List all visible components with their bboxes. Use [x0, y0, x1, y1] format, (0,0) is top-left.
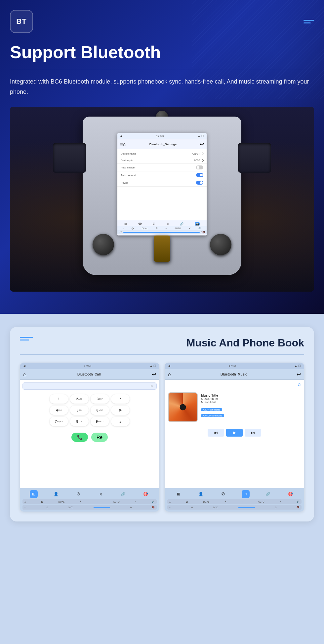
screen-back-btn[interactable]: ◀ [120, 134, 122, 138]
auto-answer-toggle[interactable] [196, 165, 203, 169]
screen-status-bar: ◀ 17:53 ▲ ☐ [117, 133, 207, 139]
m-strip-fan[interactable]: ~ [242, 501, 243, 503]
device-name-value: CarBT [192, 152, 200, 155]
search-clear-icon[interactable]: ✕ [150, 384, 153, 388]
link-icon-2[interactable]: 🔗 [264, 490, 272, 498]
contact-icon[interactable]: 👤 [52, 490, 60, 498]
prev-btn[interactable]: ⏮ [208, 429, 224, 437]
nav-link-icon[interactable]: 🔗 [180, 222, 183, 226]
grid-icon-2[interactable]: ⊞ [175, 490, 182, 498]
nav-grid-icon[interactable]: ⊞ [124, 222, 127, 226]
dial-2[interactable]: 2ABC [70, 394, 89, 404]
dial-6[interactable]: 6MNO [91, 406, 109, 415]
m-strip-power[interactable]: ⏻ [186, 501, 188, 503]
m-strip-arrow[interactable]: ↙ [279, 500, 281, 503]
phone-call-screen: ◀ 17:53 ▲ ☐ ⌂ Bluetooth_Call ↩ ✕ [20, 363, 159, 488]
call-home-icon[interactable]: ⌂ [23, 372, 26, 377]
music-back-arrow[interactable]: ◀ [168, 364, 170, 368]
phone-icon-2[interactable]: ✆ [219, 490, 227, 498]
music-screen-title: Bluetooth_Music [221, 373, 247, 376]
call-search-bar[interactable]: ✕ [22, 382, 157, 390]
nav-camera-icon[interactable]: 📷 [195, 222, 200, 226]
left-vent [53, 143, 86, 173]
bottom-menu-icon[interactable] [20, 337, 33, 340]
music-icon-active[interactable]: ♫ [242, 490, 250, 498]
nav-mute-btn[interactable]: 🔇 [202, 231, 205, 233]
dial-5[interactable]: 5JKL [70, 406, 89, 415]
strip-vol[interactable]: 🔊 [152, 500, 155, 503]
dial-hash[interactable]: # [111, 417, 130, 426]
strip-home[interactable]: ⌂ [24, 501, 26, 503]
phone-icon[interactable]: ✆ [74, 490, 82, 498]
blue-line-1 [20, 337, 33, 338]
dial-7[interactable]: 7PQRS [50, 417, 68, 426]
screen-menu-icon[interactable]: ≡ [120, 141, 123, 147]
call-button[interactable]: 📞 [71, 433, 88, 442]
call-back-arrow[interactable]: ◀ [23, 364, 25, 368]
bt-logo-text: BT [16, 17, 26, 26]
m-strip-back[interactable]: ↩ [169, 506, 171, 509]
strip-mute[interactable]: 🔇 [152, 506, 155, 509]
m-strip-home[interactable]: ⌂ [169, 501, 171, 503]
strip-back[interactable]: ↩ [24, 506, 26, 509]
dial-4[interactable]: 4GHI [50, 406, 68, 415]
redial-button[interactable]: Re [91, 433, 108, 442]
nav-call-icon[interactable]: ✆ [153, 222, 155, 226]
music-icon[interactable]: ♫ [97, 490, 105, 498]
dial-star[interactable]: * [111, 394, 130, 404]
strip-snow[interactable]: ❄ [80, 500, 82, 503]
nav-power-btn[interactable]: ⏻ [132, 227, 134, 230]
dial-1[interactable]: 1 [50, 394, 68, 404]
music-slider[interactable] [238, 507, 255, 508]
nav-vol-btn[interactable]: 🔊 [198, 227, 201, 230]
device-name-label: Device name [121, 152, 136, 155]
m-strip-auto[interactable]: AUTO [258, 501, 264, 503]
screen-home-icon[interactable]: ⌂ [123, 141, 126, 147]
grid-icon-active[interactable]: ⊞ [30, 490, 38, 498]
device-pin-value: 0000 [194, 159, 200, 162]
menu-icon[interactable] [304, 20, 314, 23]
auto-connect-row: Auto connect [117, 171, 207, 179]
next-btn[interactable]: ⏭ [245, 429, 261, 437]
nav-music-icon[interactable]: ♫ [167, 222, 169, 226]
slider[interactable] [94, 507, 110, 508]
music-back-btn[interactable]: ↩ [297, 371, 301, 377]
music-home-icon[interactable]: ⌂ [168, 372, 171, 377]
m-strip-vol[interactable]: 🔊 [297, 500, 300, 503]
power-toggle[interactable] [196, 181, 203, 185]
dial-8[interactable]: 8TUV [70, 417, 89, 426]
call-status-bar: ◀ 17:53 ▲ ☐ [20, 363, 159, 369]
music-nav-bar: ⌂ Bluetooth_Music ↩ [165, 369, 304, 380]
dial-3[interactable]: 3DEF [91, 394, 109, 404]
nav-phone-icon[interactable]: ☎ [138, 222, 142, 226]
nav-home-btn[interactable]: ⌂ [123, 227, 124, 230]
strip-power[interactable]: ⏻ [41, 501, 43, 503]
play-btn[interactable]: ▶ [226, 429, 243, 437]
dial-9[interactable]: 9WXYZ [91, 417, 109, 426]
camera-icon-2[interactable]: 🎯 [286, 490, 294, 498]
strip-fan[interactable]: ~ [97, 501, 98, 503]
camera-icon[interactable]: 🎯 [142, 490, 149, 498]
nav-arrow-btn[interactable]: ↙ [189, 227, 191, 230]
dial-0[interactable]: 0- [111, 406, 130, 415]
bottom-header: Music And Phone Book [20, 337, 304, 349]
strip-auto[interactable]: AUTO [113, 501, 119, 503]
strip-arrow[interactable]: ↙ [135, 500, 137, 503]
link-icon[interactable]: 🔗 [119, 490, 127, 498]
m-strip-snow[interactable]: ❄ [224, 500, 226, 503]
auto-connect-toggle[interactable] [196, 173, 203, 177]
call-bottom-icons: ⊞ 👤 ✆ ♫ 🔗 🎯 [22, 490, 157, 498]
screen-icons: ▲ ☐ [198, 134, 204, 138]
nav-fan-btn[interactable]: ~ [165, 227, 167, 230]
nav-snow-btn[interactable]: ❄ [156, 227, 158, 230]
album-art-inner [169, 393, 197, 421]
call-back-btn[interactable]: ↩ [152, 371, 156, 377]
contact-icon-2[interactable]: 👤 [197, 490, 205, 498]
strip-dual[interactable]: DUAL [59, 501, 65, 503]
screen-back-arrow[interactable]: ↩ [200, 141, 204, 147]
nav-auto-btn[interactable]: AUTO [175, 227, 181, 230]
m-strip-dual[interactable]: DUAL [203, 501, 210, 503]
m-strip-mute[interactable]: 🔇 [297, 506, 300, 509]
screen-content: Device name CarBT Device pin 0000 [117, 149, 207, 188]
nav-dual-btn[interactable]: DUAL [142, 227, 148, 230]
